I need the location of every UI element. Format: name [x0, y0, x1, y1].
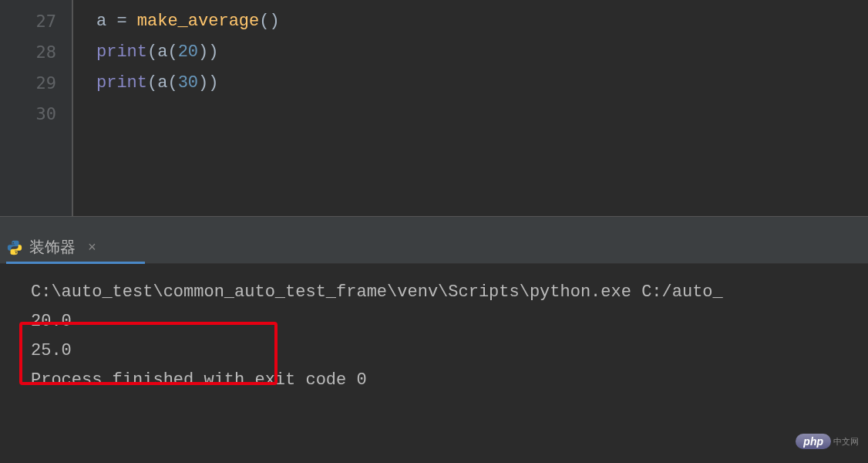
- line-number: 30: [0, 99, 56, 130]
- code-line[interactable]: [96, 99, 868, 130]
- run-tool-window: 装饰器 × C:\auto_test\common_auto_test_fram…: [0, 231, 868, 409]
- console-line: Process finished with exit code 0: [31, 366, 837, 395]
- console-output[interactable]: C:\auto_test\common_auto_test_frame\venv…: [0, 264, 868, 409]
- code-line[interactable]: a = make_average(): [96, 6, 868, 37]
- php-badge: php: [796, 434, 831, 449]
- tab-active-indicator: [6, 262, 145, 264]
- run-tab-label[interactable]: 装饰器: [29, 237, 76, 258]
- line-number: 27: [0, 6, 56, 37]
- close-icon[interactable]: ×: [83, 240, 101, 255]
- line-number: 28: [0, 37, 56, 68]
- line-gutter: 27 28 29 30: [0, 0, 73, 216]
- console-line: 25.0: [31, 336, 837, 366]
- code-editor[interactable]: 27 28 29 30 a = make_average()print(a(20…: [0, 0, 868, 216]
- line-number: 29: [0, 68, 56, 99]
- panel-divider[interactable]: [0, 216, 868, 231]
- code-line[interactable]: print(a(30)): [96, 68, 868, 99]
- console-line: 20.0: [31, 307, 837, 336]
- watermark-text: 中文网: [833, 436, 859, 448]
- run-tab-bar: 装饰器 ×: [0, 231, 868, 264]
- python-icon: [6, 239, 23, 256]
- code-content[interactable]: a = make_average()print(a(20))print(a(30…: [73, 0, 868, 216]
- code-line[interactable]: print(a(20)): [96, 37, 868, 68]
- watermark: php 中文网: [796, 434, 859, 449]
- console-line: C:\auto_test\common_auto_test_frame\venv…: [31, 278, 837, 307]
